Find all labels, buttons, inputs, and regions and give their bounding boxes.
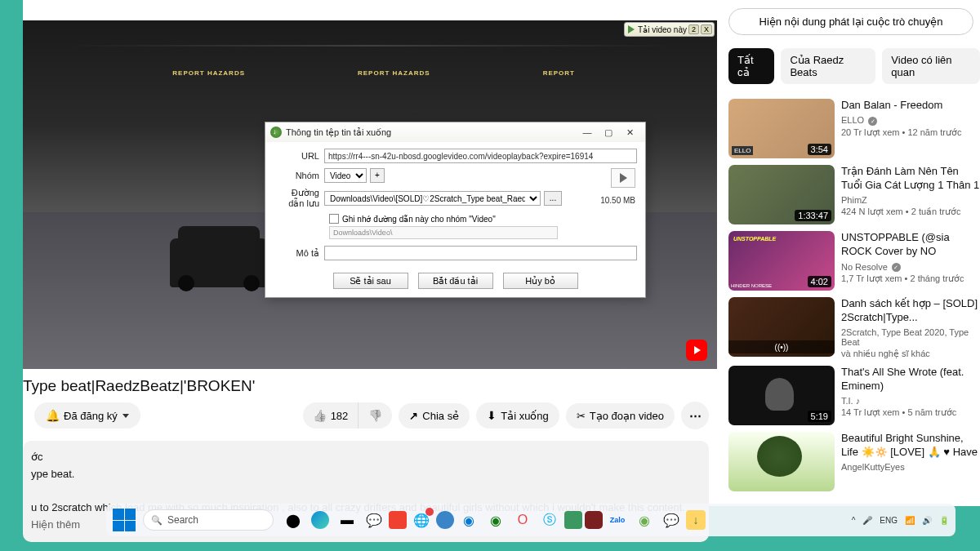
app-icon[interactable]	[585, 511, 603, 529]
language-indicator[interactable]: ENG	[880, 516, 898, 525]
subpath-display	[329, 226, 558, 239]
minimize-button[interactable]: —	[577, 125, 598, 140]
chip-from-channel[interactable]: Của Raedz Beats	[781, 48, 875, 84]
idm-taskbar-icon[interactable]: ↓	[686, 510, 706, 530]
rec-thumbnail: 3:54	[728, 99, 835, 158]
rec-title: Beautiful Bright Sunshine, Life ☀️🔅 [LOV…	[841, 432, 980, 460]
show-more-link[interactable]: Hiện thêm	[31, 518, 80, 531]
url-input[interactable]	[324, 149, 637, 163]
scissors-icon	[577, 410, 586, 422]
dialog-titlebar[interactable]: Thông tin tệp tin tải xuống — ▢ ✕	[265, 122, 645, 142]
zalo-icon[interactable]: Zalo	[605, 508, 630, 532]
start-download-button[interactable]: Bắt đầu tải	[418, 273, 493, 289]
xbox-icon[interactable]: ◉	[483, 508, 508, 532]
wifi-icon[interactable]: 📶	[905, 516, 915, 525]
rec-thumbnail: ((•))	[728, 297, 835, 357]
app-icon[interactable]: 💬	[659, 508, 684, 532]
recommendation-item[interactable]: Beautiful Bright Sunshine, Life ☀️🔅 [LOV…	[728, 432, 980, 491]
preview-thumbnail[interactable]	[611, 168, 635, 188]
url-label: URL	[274, 151, 324, 161]
idm-download-banner[interactable]: Tải video này 2 X	[624, 22, 715, 37]
description-input[interactable]	[324, 246, 637, 260]
group-select[interactable]: Video	[324, 168, 367, 183]
thumb-down-icon	[368, 409, 382, 422]
idm-download-dialog: Thông tin tệp tin tải xuống — ▢ ✕ URL Nh…	[265, 122, 646, 298]
recommendation-item[interactable]: 5:19 That's All She Wrote (feat. Eminem)…	[728, 366, 980, 425]
taskbar-search[interactable]: Search	[143, 509, 274, 531]
teamviewer-icon[interactable]: ◉	[457, 508, 481, 532]
tunnel-signs: REPORT HAZARDS REPORT HAZARDS REPORT	[121, 69, 676, 86]
share-button[interactable]: Chia sẻ	[399, 403, 470, 429]
like-count: 182	[331, 410, 349, 422]
tray-chevron-icon[interactable]: ^	[852, 516, 856, 525]
rec-thumbnail: 5:19	[728, 366, 835, 425]
rec-channel: T.I. ♪	[841, 396, 980, 406]
volume-icon[interactable]: 🔊	[922, 516, 932, 525]
chip-all[interactable]: Tất cả	[728, 48, 774, 84]
rec-meta: và nhiều nghệ sĩ khác	[841, 349, 980, 359]
browse-button[interactable]: ...	[544, 191, 562, 206]
edge-icon[interactable]	[308, 508, 332, 532]
chip-related[interactable]: Video có liên quan	[882, 48, 980, 84]
remember-checkbox[interactable]	[329, 214, 339, 224]
duration-badge: 5:19	[808, 411, 831, 422]
close-button[interactable]: ✕	[619, 125, 640, 140]
taskbar-dot-icon[interactable]: ⬤	[281, 508, 305, 532]
rec-channel: 2Scratch, Type Beat 2020, Type Beat	[841, 327, 980, 347]
more-button[interactable]: ⋯	[681, 402, 709, 429]
rec-meta: 424 N lượt xem • 2 tuần trước	[841, 207, 980, 217]
youtube-logo-icon	[686, 340, 707, 361]
start-button[interactable]	[113, 509, 136, 531]
rec-channel: No Resolve	[841, 261, 980, 272]
recommendation-item[interactable]: ((•)) Danh sách kết hợp – [SOLD] 2Scratc…	[728, 297, 980, 359]
file-size-label: 10.50 MB	[600, 196, 635, 205]
music-note-icon: ♪	[856, 396, 861, 406]
recommendation-item[interactable]: 4:02 UNSTOPPABLE (@sia ROCK Cover by NO …	[728, 231, 980, 291]
rec-thumbnail: 4:02	[728, 231, 835, 291]
microphone-icon[interactable]: 🎤	[862, 516, 872, 525]
download-button[interactable]: Tải xuống	[476, 402, 559, 429]
share-icon	[409, 410, 418, 422]
skype-icon[interactable]: ⓢ	[537, 508, 562, 532]
clip-button[interactable]: Tạo đoạn video	[566, 403, 675, 429]
rec-title: Trận Đánh Làm Nên Tên Tuổi Gia Cát Lượng…	[841, 165, 980, 193]
rec-title: UNSTOPPABLE (@sia ROCK Cover by NO RESOL…	[841, 231, 980, 259]
maximize-button[interactable]: ▢	[598, 125, 619, 140]
subscribed-button[interactable]: Đã đăng ký	[34, 402, 140, 429]
tunnel-sign: REPORT	[543, 69, 625, 76]
dislike-button[interactable]	[358, 402, 392, 429]
coccoc-icon[interactable]: ◉	[632, 508, 657, 532]
system-tray: ^ 🎤 ENG 📶 🔊 🔋	[852, 516, 949, 525]
show-chat-replay-button[interactable]: Hiện nội dung phát lại cuộc trò chuyện	[728, 8, 973, 35]
idm-icon	[270, 127, 282, 138]
add-group-button[interactable]: +	[370, 168, 385, 183]
tunnel-sign: REPORT HAZARDS	[172, 69, 254, 76]
download-close[interactable]: X	[701, 24, 712, 34]
path-select[interactable]: Downloads\Video\[SOLD]♡2Scratch_Type bea…	[324, 191, 541, 206]
recommendation-item[interactable]: 3:54 Dan Balan - Freedom ELLO 20 Tr lượt…	[728, 99, 980, 158]
description-label: Mô tả	[274, 248, 324, 259]
chevron-down-icon	[122, 414, 129, 418]
thumb-up-icon	[313, 409, 327, 422]
rec-meta: 1,7 Tr lượt xem • 2 tháng trước	[841, 273, 980, 284]
chat-icon[interactable]: 💬	[362, 508, 386, 532]
rec-thumbnail: 1:33:47	[728, 165, 835, 224]
app-icon[interactable]	[436, 511, 454, 529]
duration-badge: 1:33:47	[795, 210, 831, 221]
app-icon[interactable]	[389, 511, 407, 529]
battery-icon[interactable]: 🔋	[939, 516, 949, 525]
task-view-icon[interactable]: ▬	[335, 508, 359, 532]
download-later-button[interactable]: Sẽ tải sau	[333, 273, 408, 289]
video-actions: Đã đăng ký 182 Chia sẻ Tải xuống	[34, 402, 709, 429]
bell-icon	[46, 409, 59, 422]
recommendation-item[interactable]: 1:33:47 Trận Đánh Làm Nên Tên Tuổi Gia C…	[728, 165, 980, 224]
cancel-button[interactable]: Hủy bỏ	[503, 273, 578, 289]
search-placeholder: Search	[167, 514, 198, 526]
app-icon[interactable]	[564, 511, 582, 529]
play-icon	[628, 25, 636, 33]
group-label: Nhóm	[274, 171, 324, 180]
subscribed-label: Đã đăng ký	[64, 410, 118, 422]
opera-icon[interactable]: O	[510, 508, 535, 532]
like-button[interactable]: 182	[303, 402, 359, 429]
chrome-icon[interactable]: 🌐	[409, 508, 434, 532]
